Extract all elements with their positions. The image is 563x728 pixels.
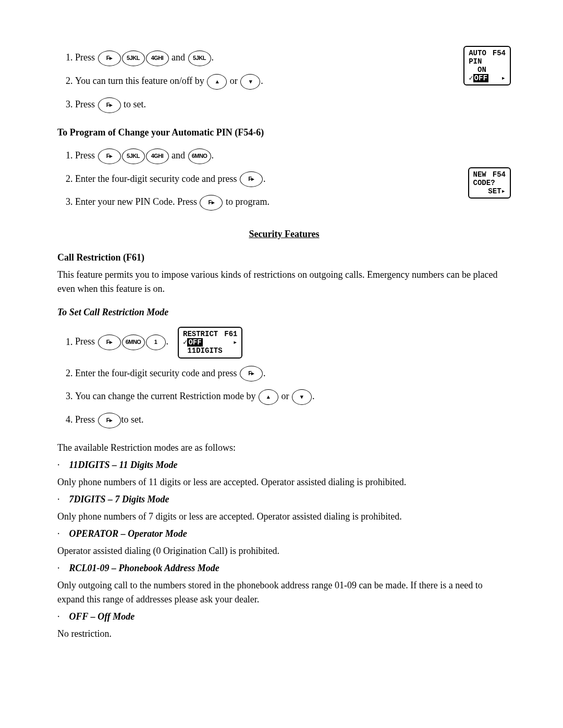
text: Press xyxy=(75,414,97,425)
step-3: You can change the current Restriction m… xyxy=(75,385,511,408)
text: . xyxy=(212,150,214,161)
step-2: Enter the four-digit security code and p… xyxy=(75,362,511,385)
mode-title: 11DIGITS – 11 Digits Mode xyxy=(69,460,178,470)
text: You can change the current Restriction m… xyxy=(75,391,258,401)
step-1: Press F▸6MNO1. RESTRICTF61 ✓OFF▸ 11DIGIT… xyxy=(75,324,511,361)
mode-item: · OPERATOR – Operator Mode xyxy=(57,527,511,541)
text: . xyxy=(263,174,266,184)
paragraph: This feature permits you to impose vario… xyxy=(57,268,511,296)
mode-desc: Only outgoing call to the numbers stored… xyxy=(57,578,511,607)
f-button-icon: F▸ xyxy=(98,97,121,113)
heading-call-restriction: Call Restriction (F61) xyxy=(57,251,511,265)
step-3: Enter your new PIN Code. Press F▸ to pro… xyxy=(75,190,511,214)
text: Press xyxy=(75,337,95,347)
mode-item: · OFF – Off Mode xyxy=(57,610,511,624)
mode-desc: Only phone numbers of 11 digits or less … xyxy=(57,475,511,489)
call-restriction-steps: Press F▸6MNO1. RESTRICTF61 ✓OFF▸ 11DIGIT… xyxy=(57,324,511,431)
text: Enter your new PIN Code. Press xyxy=(75,196,199,207)
mode-item: · 7DIGITS – 7 Digits Mode xyxy=(57,492,511,507)
down-button-icon: ▾ xyxy=(240,74,260,90)
key-5-icon: 5JKL xyxy=(122,149,145,164)
text: Press xyxy=(75,99,97,109)
f-button-icon: F▸ xyxy=(240,171,263,187)
text: . xyxy=(166,337,169,347)
down-button-icon: ▾ xyxy=(292,389,312,405)
step-1: Press F▸5JKL4GHI and 5JKL. AUTOF54 PIN O… xyxy=(75,46,511,69)
program-pin-steps: Press F▸5JKL4GHI and 6MNO. Enter the fou… xyxy=(57,144,511,214)
key-4-icon: 4GHI xyxy=(146,149,169,164)
text: and xyxy=(169,52,188,63)
key-6-icon: 6MNO xyxy=(122,335,145,350)
step-3: Press F▸ to set. xyxy=(75,93,511,116)
text: to set. xyxy=(121,99,146,109)
step-1: Press F▸5JKL4GHI and 6MNO. xyxy=(75,144,511,167)
text: . xyxy=(263,368,266,378)
key-6-icon: 6MNO xyxy=(188,149,211,164)
mode-title: OFF – Off Mode xyxy=(69,611,135,622)
key-1-icon: 1 xyxy=(146,335,166,350)
text: . xyxy=(312,391,315,401)
up-button-icon: ▴ xyxy=(207,74,227,90)
text: You can turn this feature on/off by xyxy=(75,76,206,86)
text: . xyxy=(212,52,214,63)
mode-item: · 11DIGITS – 11 Digits Mode xyxy=(57,458,511,472)
key-4-icon: 4GHI xyxy=(146,51,169,66)
text: and xyxy=(169,150,188,161)
mode-title: OPERATOR – Operator Mode xyxy=(69,528,187,539)
restriction-modes: The available Restriction modes are as f… xyxy=(57,441,511,641)
text: Enter the four-digit security code and p… xyxy=(75,174,239,184)
text: . xyxy=(261,76,263,86)
autopin-steps: Press F▸5JKL4GHI and 5JKL. AUTOF54 PIN O… xyxy=(57,46,511,116)
text: or xyxy=(279,391,291,401)
mode-title: 7DIGITS – 7 Digits Mode xyxy=(69,494,169,504)
heading-program-pin: To Program of Change your Automatic PIN … xyxy=(57,126,511,140)
text: to program. xyxy=(223,196,269,207)
step-2: Enter the four-digit security code and p… xyxy=(75,167,511,191)
text: to set. xyxy=(121,414,144,425)
key-5-icon: 5JKL xyxy=(122,51,145,66)
lcd-screen-autopin: AUTOF54 PIN ON ✓OFF▸ xyxy=(463,46,511,85)
heading-set-call-restriction: To Set Call Restriction Mode xyxy=(57,305,511,319)
f-button-icon: F▸ xyxy=(240,366,263,381)
mode-item: · RCL01-09 – Phonebook Address Mode xyxy=(57,561,511,575)
f-button-icon: F▸ xyxy=(98,51,121,66)
mode-title: RCL01-09 – Phonebook Address Mode xyxy=(69,563,219,573)
text: Press xyxy=(75,52,95,63)
f-button-icon: F▸ xyxy=(98,335,121,350)
text: Enter the four-digit security code and p… xyxy=(75,368,239,378)
lcd-screen-restrict: RESTRICTF61 ✓OFF▸ 11DIGITS xyxy=(178,327,242,358)
text: Press xyxy=(75,150,95,161)
f-button-icon: F▸ xyxy=(200,195,223,211)
modes-intro: The available Restriction modes are as f… xyxy=(57,441,511,455)
mode-desc: Operator assisted dialing (0 Origination… xyxy=(57,544,511,558)
f-button-icon: F▸ xyxy=(98,413,121,428)
step-4: Press F▸to set. xyxy=(75,408,511,431)
mode-desc: No restriction. xyxy=(57,627,511,641)
f-button-icon: F▸ xyxy=(98,149,121,164)
text: or xyxy=(227,76,240,86)
lcd-screen-newcode: NEWF54 CODE? SET▸ xyxy=(468,167,511,199)
mode-desc: Only phone numbers of 7 digits or less a… xyxy=(57,510,511,524)
up-button-icon: ▴ xyxy=(259,389,278,405)
heading-security-features: Security Features xyxy=(57,227,511,241)
step-2: You can turn this feature on/off by ▴ or… xyxy=(75,69,511,93)
key-5-icon: 5JKL xyxy=(188,51,211,66)
